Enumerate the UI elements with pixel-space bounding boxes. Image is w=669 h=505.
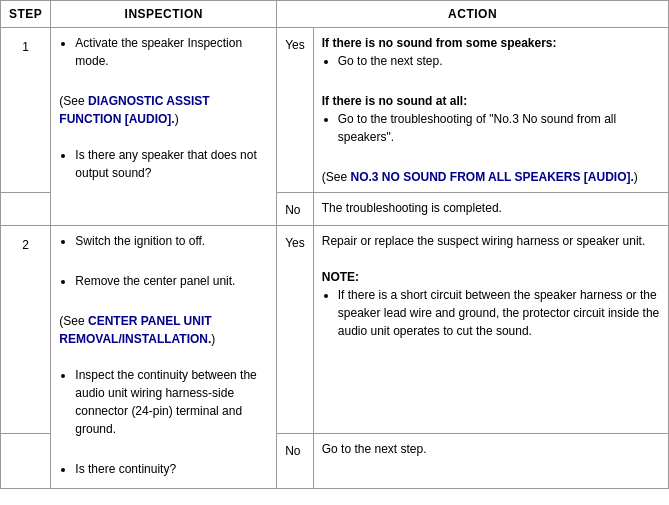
see-reference-2: (See NO.3 NO SOUND FROM ALL SPEAKERS [AU… <box>322 170 638 184</box>
action-cell-2-no: Go to the next step. <box>313 434 668 489</box>
action-header-2: If there is no sound at all: <box>322 92 660 110</box>
header-step: STEP <box>1 1 51 28</box>
list-item: Activate the speaker Inspection mode. <box>75 34 268 70</box>
yes-label-2: Yes <box>277 226 314 434</box>
list-item: Remove the center panel unit. <box>75 272 268 290</box>
no-label-2: No <box>277 434 314 489</box>
action-text-2: Repair or replace the suspect wiring har… <box>322 232 660 250</box>
list-item: Inspect the continuity between the audio… <box>75 366 268 438</box>
list-item: Is there any speaker that does not outpu… <box>75 146 268 182</box>
yes-label-1: Yes <box>277 28 314 193</box>
header-inspection: INSPECTION <box>51 1 277 28</box>
action-header-1: If there is no sound from some speakers: <box>322 34 660 52</box>
step-number-2: 2 <box>1 226 51 434</box>
step-empty <box>1 193 51 226</box>
action-cell-1-yes: If there is no sound from some speakers:… <box>313 28 668 193</box>
list-item: Go to the next step. <box>338 52 660 70</box>
list-item: Is there continuity? <box>75 460 268 478</box>
list-item: Switch the ignition to off. <box>75 232 268 250</box>
list-item: Go to the troubleshooting of "No.3 No so… <box>338 110 660 146</box>
see-reference-3: (See CENTER PANEL UNIT REMOVAL/INSTALLAT… <box>59 314 215 346</box>
step-number: 1 <box>1 28 51 193</box>
step-empty-2 <box>1 434 51 489</box>
note-header: NOTE: <box>322 268 660 286</box>
table-row-2: 2 Switch the ignition to off. Remove the… <box>1 226 669 434</box>
table-row: 1 Activate the speaker Inspection mode. … <box>1 28 669 193</box>
no-label-1: No <box>277 193 314 226</box>
inspection-cell-2: Switch the ignition to off. Remove the c… <box>51 226 277 489</box>
inspection-cell-1: Activate the speaker Inspection mode. (S… <box>51 28 277 226</box>
action-cell-2-yes: Repair or replace the suspect wiring har… <box>313 226 668 434</box>
see-reference: (See DIAGNOSTIC ASSIST FUNCTION [AUDIO].… <box>59 94 209 126</box>
header-action: ACTION <box>277 1 669 28</box>
action-cell-1-no: The troubleshooting is completed. <box>313 193 668 226</box>
list-item: If there is a short circuit between the … <box>338 286 660 340</box>
